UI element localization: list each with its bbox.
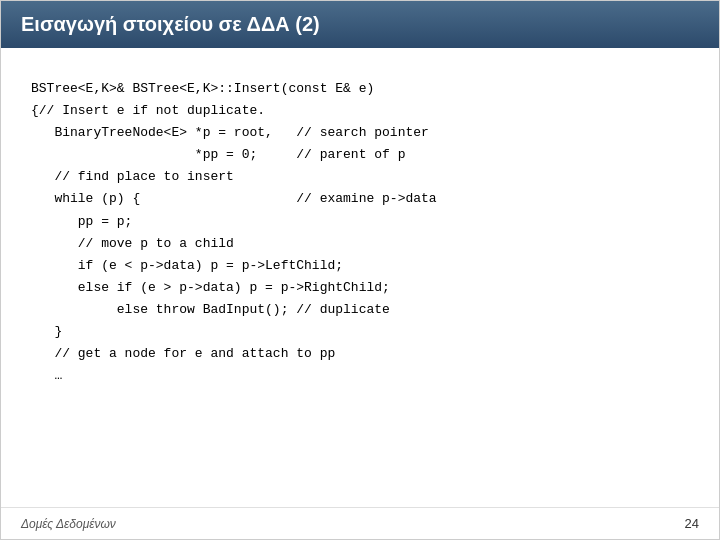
- slide-title: Εισαγωγή στοιχείου σε ΔΔΑ (2): [21, 13, 320, 36]
- slide-container: Εισαγωγή στοιχείου σε ΔΔΑ (2) BSTree<E,K…: [0, 0, 720, 540]
- code-line-9: if (e < p->data) p = p->LeftChild;: [31, 255, 689, 277]
- slide-content: BSTree<E,K>& BSTree<E,K>::Insert(const E…: [1, 48, 719, 507]
- code-line-2: {// Insert e if not duplicate.: [31, 100, 689, 122]
- code-line-5: // find place to insert: [31, 166, 689, 188]
- code-line-7: pp = p;: [31, 211, 689, 233]
- slide-header: Εισαγωγή στοιχείου σε ΔΔΑ (2): [1, 1, 719, 48]
- code-line-3: BinaryTreeNode<E> *p = root, // search p…: [31, 122, 689, 144]
- code-line-12: }: [31, 321, 689, 343]
- code-line-14: // get a node for e and attach to pp: [31, 343, 689, 365]
- code-line-6: while (p) { // examine p->data: [31, 188, 689, 210]
- slide-footer: Δομές Δεδομένων 24: [1, 507, 719, 539]
- code-line-10: else if (e > p->data) p = p->RightChild;: [31, 277, 689, 299]
- code-line-11: else throw BadInput(); // duplicate: [31, 299, 689, 321]
- code-line-15: …: [31, 365, 689, 387]
- code-line-4: *pp = 0; // parent of p: [31, 144, 689, 166]
- code-line-8: // move p to a child: [31, 233, 689, 255]
- footer-page-number: 24: [685, 516, 699, 531]
- code-block: BSTree<E,K>& BSTree<E,K>::Insert(const E…: [31, 78, 689, 487]
- footer-course-name: Δομές Δεδομένων: [21, 517, 116, 531]
- code-line-1: BSTree<E,K>& BSTree<E,K>::Insert(const E…: [31, 78, 689, 100]
